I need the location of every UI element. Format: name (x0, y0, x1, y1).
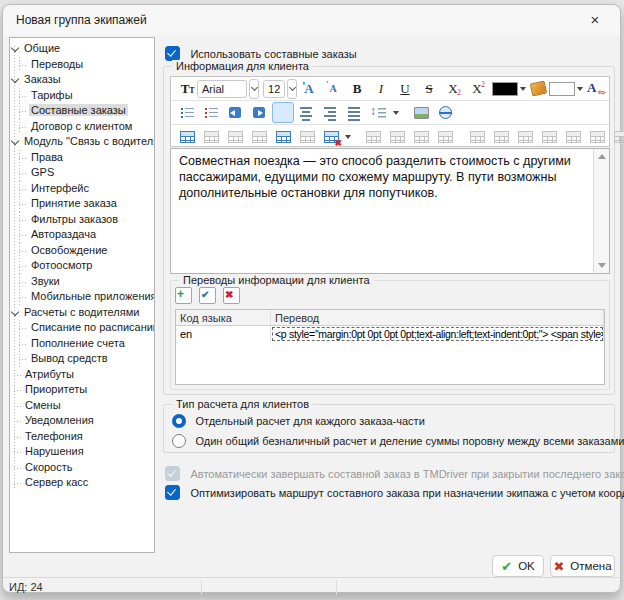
shrink-font-icon[interactable] (322, 78, 344, 99)
align-center-icon[interactable] (296, 102, 318, 123)
delete-table-dropdown-icon[interactable] (345, 135, 351, 139)
tree-item-переводы[interactable]: Переводы (10, 57, 154, 73)
translation-value-cell[interactable]: <p style="margin:0pt 0pt 0pt 0pt;text-al… (271, 326, 604, 342)
highlight-color-dropdown-icon[interactable] (577, 87, 583, 91)
font-family-dropdown-icon[interactable] (249, 79, 259, 99)
insert-table-icon[interactable] (176, 126, 198, 147)
tree-item-освобождение[interactable]: Освобождение (10, 243, 154, 259)
tree-item-общие[interactable]: Общие (10, 41, 154, 57)
chevron-down-icon[interactable] (11, 75, 19, 83)
insert-image-icon[interactable] (410, 102, 432, 123)
use-compound-orders-checkbox[interactable] (165, 46, 180, 61)
insert-hyperlink-icon[interactable] (434, 102, 456, 123)
tree-item-расчеты-с-водителями[interactable]: Расчеты с водителями (10, 305, 154, 321)
tree-item-звуки[interactable]: Звуки (10, 274, 154, 290)
tree-item-gps[interactable]: GPS (10, 165, 154, 181)
table-properties-icon[interactable] (248, 126, 270, 147)
subscript-icon[interactable] (442, 78, 464, 99)
numbered-list-icon[interactable] (200, 102, 222, 123)
tree-item-сервер-касс[interactable]: Сервер касс (10, 475, 154, 491)
merge-cell-down-icon[interactable] (538, 126, 560, 147)
radio-separate-calc[interactable] (172, 414, 186, 428)
delete-column-icon[interactable] (490, 126, 512, 147)
delete-translation-icon[interactable] (223, 287, 240, 304)
line-spacing-icon[interactable] (368, 102, 390, 123)
delete-table-icon[interactable] (320, 126, 342, 147)
tree-item-пополнение-счета[interactable]: Пополнение счета (10, 336, 154, 352)
grow-font-icon[interactable] (298, 78, 320, 99)
tree-item-составные-заказы[interactable]: Составные заказы (10, 103, 154, 119)
line-spacing-dropdown-icon[interactable] (393, 111, 399, 115)
tree-item-нарушения[interactable]: Нарушения (10, 444, 154, 460)
merge-cell-right-icon[interactable] (514, 126, 536, 147)
tree-item-автораздача[interactable]: Автораздача (10, 227, 154, 243)
tree-item-вывод-средств[interactable]: Вывод средств (10, 351, 154, 367)
merge-cells-icon[interactable] (296, 126, 318, 147)
cancel-x-icon: ✖ (553, 559, 564, 574)
tree-item-мобильные-приложения[interactable]: Мобильные приложения (10, 289, 154, 305)
scroll-down-icon[interactable] (598, 263, 606, 268)
font-color-dropdown-icon[interactable] (520, 87, 526, 91)
tree-item-уведомления[interactable]: Уведомления (10, 413, 154, 429)
tree-item-приоритеты[interactable]: Приоритеты (10, 382, 154, 398)
highlight-color-swatch[interactable] (549, 82, 575, 96)
chevron-down-icon[interactable] (11, 44, 19, 52)
chevron-down-icon[interactable] (11, 137, 19, 145)
show-gridlines-icon[interactable] (272, 126, 294, 147)
add-translation-icon[interactable] (175, 287, 192, 304)
row-properties-icon[interactable] (200, 126, 222, 147)
insert-row-above-icon[interactable] (362, 126, 384, 147)
tree-item-скорость[interactable]: Скорость (10, 460, 154, 476)
edit-translation-icon[interactable] (199, 287, 216, 304)
tree-item-списание-по-расписанию[interactable]: Списание по расписанию (10, 320, 154, 336)
cancel-button[interactable]: ✖ Отмена (550, 555, 615, 577)
bullet-list-icon[interactable] (176, 102, 198, 123)
highlight-color-icon[interactable] (530, 81, 547, 97)
tree-item-интерфейс[interactable]: Интерфейс (10, 181, 154, 197)
insert-column-right-icon[interactable] (434, 126, 456, 147)
underline-icon[interactable] (394, 78, 416, 99)
tree-item-фотоосмотр[interactable]: Фотоосмотр (10, 258, 154, 274)
tree-item-договор-с-клиентом[interactable]: Договор с клиентом (10, 119, 154, 135)
italic-icon[interactable] (370, 78, 392, 99)
align-left-icon[interactable] (272, 102, 294, 123)
tree-item-принятие-заказа[interactable]: Принятие заказа (10, 196, 154, 212)
insert-column-left-icon[interactable] (410, 126, 432, 147)
indent-icon[interactable] (248, 102, 270, 123)
ok-button[interactable]: ✔ OK (492, 555, 544, 577)
tree-item-телефония[interactable]: Телефония (10, 429, 154, 445)
chevron-down-icon[interactable] (11, 307, 19, 315)
editor-scrollbar[interactable] (593, 149, 609, 273)
split-cell-horizontally-icon[interactable] (562, 126, 584, 147)
align-right-icon[interactable] (320, 102, 342, 123)
bold-icon[interactable] (346, 78, 368, 99)
delete-row-icon[interactable] (466, 126, 488, 147)
superscript-icon[interactable] (466, 78, 488, 99)
translation-row[interactable]: en<p style="margin:0pt 0pt 0pt 0pt;text-… (176, 326, 604, 342)
outdent-icon[interactable] (224, 102, 246, 123)
font-size-combo[interactable]: 12 (263, 80, 285, 98)
tree-item-атрибуты[interactable]: Атрибуты (10, 367, 154, 383)
language-code-cell[interactable]: en (176, 326, 271, 342)
align-justify-icon[interactable] (344, 102, 366, 123)
tree-item-смены[interactable]: Смены (10, 398, 154, 414)
cell-alignment-icon[interactable] (610, 126, 624, 147)
font-size-dropdown-icon[interactable] (287, 79, 297, 99)
tree-item-права[interactable]: Права (10, 150, 154, 166)
strikethrough-icon[interactable] (418, 78, 440, 99)
cell-properties-icon[interactable] (224, 126, 246, 147)
font-color-swatch[interactable] (492, 82, 518, 96)
font-dialog-icon[interactable] (585, 79, 605, 98)
client-info-editor[interactable]: Совместная поездка — это способ разделит… (170, 148, 610, 274)
font-family-combo[interactable]: Arial (197, 80, 247, 98)
close-icon[interactable]: × (584, 10, 606, 30)
split-cell-vertically-icon[interactable] (586, 126, 608, 147)
radio-common-calc[interactable] (172, 434, 186, 448)
tree-item-заказы[interactable]: Заказы (10, 72, 154, 88)
tree-item-модуль-связь-с-водителями-[interactable]: Модуль "Связь с водителями" (10, 134, 154, 150)
scroll-up-icon[interactable] (598, 154, 606, 159)
tree-item-тарифы[interactable]: Тарифы (10, 88, 154, 104)
insert-row-below-icon[interactable] (386, 126, 408, 147)
tree-item-фильтры-заказов[interactable]: Фильтры заказов (10, 212, 154, 228)
optimize-route-checkbox[interactable] (165, 485, 180, 500)
